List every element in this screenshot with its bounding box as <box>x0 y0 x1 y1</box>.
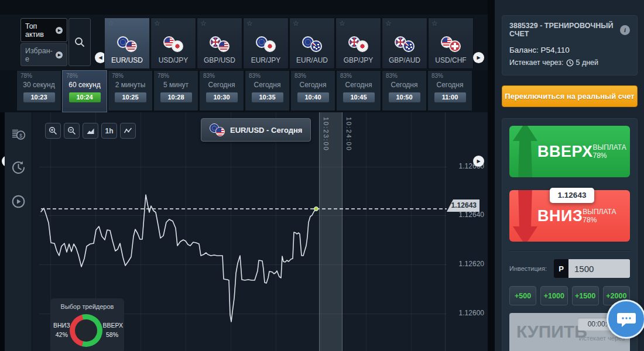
trade-panel: 3885329 - ТРЕНИРОВОЧНЫЙ СЧЕТ i Баланс: P… <box>495 0 644 351</box>
asset-tabs: ☆ EUR/USD ☆ USD/JPY <box>104 18 474 69</box>
info-icon[interactable]: i <box>620 25 630 35</box>
down-payout-label: ВЫПЛАТА 78% <box>583 208 622 224</box>
call-up-button[interactable]: ВВЕРХ ВЫПЛАТА 78% <box>509 126 630 177</box>
asset-tab[interactable]: ☆ USD/JPY <box>150 18 196 69</box>
timeframe-label: Сегодня <box>203 81 240 89</box>
expiry-time-badge: 10:24 <box>69 92 101 102</box>
payout-percent: 83% <box>294 73 331 79</box>
chat-bubble-icon <box>616 311 636 328</box>
quick-amount-button[interactable]: +500 <box>509 286 536 305</box>
top-strip <box>0 0 488 15</box>
timeframe-tab[interactable]: 83% Сегодня 10:50 <box>382 70 427 111</box>
timeframe-label: 30 секунд <box>20 81 57 89</box>
timeframe-tab[interactable]: 83% Сегодня 10:40 <box>290 70 335 111</box>
currency-pair-flags <box>163 36 183 52</box>
chart-toolbar: 1h <box>45 123 136 139</box>
video-play-icon[interactable] <box>10 193 26 209</box>
timeframes-scroll-right-button[interactable]: ▶ <box>473 156 484 167</box>
asset-tab[interactable]: ☆ GBP/AUD <box>382 18 427 69</box>
clock-icon <box>566 59 574 67</box>
asset-tab[interactable]: ☆ EUR/AUD <box>289 18 335 69</box>
asset-tab[interactable]: ☆ EUR/USD <box>104 18 150 69</box>
asset-tab-label: GBP/USD <box>204 56 235 64</box>
favorite-star-icon[interactable]: ☆ <box>154 19 160 27</box>
favorite-star-icon[interactable]: ☆ <box>200 19 207 27</box>
payout-percent: 78% <box>20 73 57 79</box>
expiry-time-badge: 10:28 <box>160 92 192 102</box>
timeframe-tab[interactable]: 78% 60 секунд 10:24 <box>62 70 107 112</box>
top-assets-button[interactable]: Топ актив ▶ <box>20 18 67 42</box>
switch-to-real-account-button[interactable]: Переключиться на реальный счет <box>502 85 638 107</box>
asset-tab-label: GBP/JPY <box>344 56 374 64</box>
search-icon <box>74 36 85 48</box>
flag-icon <box>310 40 322 52</box>
quick-amount-button[interactable]: +1000 <box>540 286 567 305</box>
last-price-dot <box>314 207 318 211</box>
history-clock-icon[interactable] <box>10 159 26 176</box>
put-down-label: ВНИЗ <box>537 207 583 225</box>
investment-input[interactable] <box>568 259 630 278</box>
payout-percent: 83% <box>203 73 240 79</box>
timeframe-tabs: 78% 30 секунд 10:23 78% 60 секунд 10:24 … <box>16 70 472 112</box>
chart-area[interactable]: 1.12643 <box>32 112 488 351</box>
expiry-time-badge: 10:25 <box>115 92 146 102</box>
flag-icon <box>357 40 368 52</box>
panel-divider <box>488 0 495 351</box>
zoom-in-button[interactable] <box>45 123 61 139</box>
payout-percent: 78% <box>66 73 103 79</box>
favorite-star-icon[interactable]: ☆ <box>293 19 299 27</box>
chart-type-area-button[interactable] <box>83 123 98 139</box>
buy-label: КУПИТЬ <box>516 322 587 342</box>
favorite-star-icon[interactable]: ☆ <box>246 19 253 27</box>
timeframe-label: 60 секунд <box>66 81 103 89</box>
chevron-right-icon: ▶ <box>56 51 63 58</box>
quick-amount-button[interactable]: +1500 <box>572 286 599 305</box>
svg-text:$: $ <box>19 132 22 138</box>
chart-type-line-button[interactable] <box>120 123 136 139</box>
expiry-time-badge: 10:45 <box>343 92 375 102</box>
favorite-star-icon[interactable]: ☆ <box>385 19 392 27</box>
currency-pair-flags <box>256 36 276 52</box>
flag-icon <box>172 40 183 52</box>
favorite-star-icon[interactable]: ☆ <box>108 19 114 27</box>
expiry-time-badge: 10:30 <box>206 92 238 102</box>
timeframe-tab[interactable]: 83% Сегодня 10:45 <box>336 70 381 111</box>
asset-tab-label: USD/JPY <box>159 56 189 64</box>
support-chat-button[interactable] <box>607 300 644 339</box>
timeframe-tab[interactable]: 83% Сегодня 11:00 <box>427 70 472 111</box>
favorite-star-icon[interactable]: ☆ <box>339 19 345 27</box>
payout-percent: 78% <box>157 73 194 79</box>
search-button[interactable] <box>68 18 91 66</box>
timeframe-tab[interactable]: 83% Сегодня 10:30 <box>199 70 244 111</box>
asset-tab[interactable]: ☆ GBP/JPY <box>335 18 381 69</box>
timeframe-tab[interactable]: 83% Сегодня 10:35 <box>245 70 290 111</box>
timeframe-tab[interactable]: 78% 30 секунд 10:23 <box>16 70 61 111</box>
timeframe-tab[interactable]: 78% 5 минут 10:28 <box>153 70 198 111</box>
currency-pair-flags <box>210 123 225 136</box>
timeframe-tab[interactable]: 78% 2 минуты 10:25 <box>108 70 153 111</box>
asset-tab[interactable]: ☆ GBP/USD <box>197 18 242 69</box>
interval-button[interactable]: 1h <box>101 123 117 139</box>
traders-choice-widget: Выбор трейдеров ВНИЗ 42% ВВЕРХ 58% <box>50 298 124 351</box>
trades-money-icon[interactable]: $ <box>10 125 26 142</box>
favorites-button[interactable]: Избран-е ▶ <box>20 43 67 66</box>
zoom-out-button[interactable] <box>64 123 80 139</box>
asset-tab[interactable]: ☆ USD/CHF <box>428 18 474 69</box>
currency-pair-flags <box>395 36 415 52</box>
quick-amounts: +500 +1000 +1500 +2000 <box>509 286 630 305</box>
asset-tab[interactable]: ☆ EUR/JPY <box>243 18 289 69</box>
flag-icon <box>264 40 276 52</box>
expiry-time-badge: 10:23 <box>23 92 55 102</box>
favorite-star-icon[interactable]: ☆ <box>431 19 438 27</box>
symbol-badge-label: EUR/USD - Сегодня <box>230 126 302 135</box>
timeframe-label: Сегодня <box>431 81 468 89</box>
account-title: 3885329 - ТРЕНИРОВОЧНЫЙ СЧЕТ <box>509 22 620 38</box>
traders-choice-title: Выбор трейдеров <box>53 303 121 310</box>
timeframe-label: 5 минут <box>157 81 194 89</box>
asset-tab-label: GBP/AUD <box>389 56 420 64</box>
payout-percent: 83% <box>386 73 423 79</box>
assets-scroll-right-button[interactable]: ▶ <box>473 52 484 63</box>
up-arrow-icon <box>512 126 539 177</box>
left-rail <box>0 112 5 351</box>
traders-donut-chart <box>70 314 102 347</box>
